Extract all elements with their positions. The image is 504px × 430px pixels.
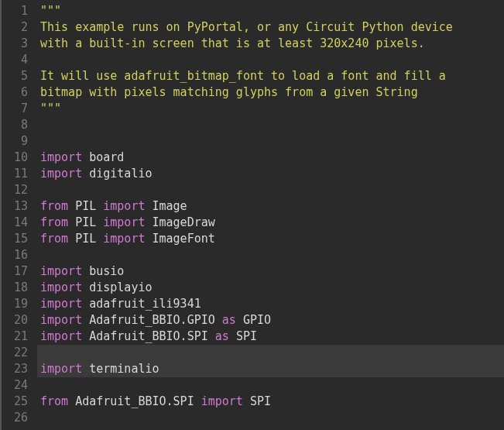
line-number: 19 bbox=[8, 296, 28, 312]
keyword-token: import bbox=[40, 264, 89, 278]
code-line[interactable]: import board bbox=[37, 150, 504, 166]
line-number: 7 bbox=[8, 101, 28, 117]
line-number: 25 bbox=[8, 394, 28, 410]
line-number: 22 bbox=[8, 345, 28, 361]
string-token: """ bbox=[40, 101, 61, 115]
line-number: 14 bbox=[8, 215, 28, 231]
keyword-token: import bbox=[96, 232, 152, 246]
code-line[interactable]: from PIL import Image bbox=[37, 198, 504, 215]
code-line[interactable]: with a built-in screen that is at least … bbox=[37, 36, 504, 52]
keyword-token: import bbox=[40, 329, 89, 343]
code-line[interactable]: import Adafruit_BBIO.SPI as SPI bbox=[37, 329, 504, 345]
line-number: 5 bbox=[8, 68, 28, 84]
keyword-token: from bbox=[40, 232, 75, 246]
code-line[interactable]: """ bbox=[37, 101, 504, 117]
code-line[interactable]: from PIL import ImageFont bbox=[37, 231, 504, 247]
line-number: 11 bbox=[8, 166, 28, 182]
string-token: """ bbox=[40, 4, 61, 18]
code-line[interactable]: from Adafruit_BBIO.SPI import SPI bbox=[37, 394, 504, 410]
line-number: 2 bbox=[8, 19, 28, 36]
keyword-token: import bbox=[194, 394, 250, 408]
code-line[interactable] bbox=[37, 410, 504, 426]
code-line[interactable] bbox=[37, 52, 504, 68]
code-line[interactable]: It will use adafruit_bitmap_font to load… bbox=[37, 68, 504, 84]
line-number: 3 bbox=[8, 36, 28, 52]
line-number: 21 bbox=[8, 329, 28, 345]
identifier-token: Adafruit_BBIO.SPI bbox=[89, 329, 208, 343]
string-token: bitmap with pixels matching glyphs from … bbox=[40, 85, 418, 99]
identifier-token: Image bbox=[153, 199, 187, 213]
string-token: This example runs on PyPortal, or any Ci… bbox=[40, 20, 453, 34]
identifier-token: digitalio bbox=[89, 167, 152, 181]
line-number: 24 bbox=[8, 377, 28, 394]
identifier-token: adafruit_ili9341 bbox=[89, 297, 201, 311]
keyword-token: import bbox=[96, 215, 152, 229]
keyword-token: import bbox=[40, 280, 89, 294]
line-number: 20 bbox=[8, 312, 28, 329]
line-number-gutter: 1234567891011121314151617181920212223242… bbox=[2, 0, 36, 430]
identifier-token: board bbox=[89, 150, 124, 164]
code-line[interactable]: import Adafruit_BBIO.GPIO as GPIO bbox=[37, 312, 504, 329]
identifier-token: terminalio bbox=[89, 362, 159, 376]
identifier-token: Adafruit_BBIO.GPIO bbox=[89, 313, 215, 327]
line-number: 23 bbox=[8, 361, 28, 377]
string-token: with a built-in screen that is at least … bbox=[40, 36, 425, 50]
code-line[interactable] bbox=[37, 247, 504, 263]
keyword-token: from bbox=[40, 215, 75, 229]
code-line[interactable]: import busio bbox=[37, 263, 504, 280]
line-number: 18 bbox=[8, 280, 28, 296]
line-number: 4 bbox=[8, 52, 28, 68]
code-line[interactable] bbox=[37, 377, 504, 394]
code-editor[interactable]: 1234567891011121314151617181920212223242… bbox=[0, 0, 504, 430]
line-number: 16 bbox=[8, 247, 28, 263]
code-line[interactable]: import displayio bbox=[37, 280, 504, 296]
identifier-token: PIL bbox=[75, 215, 96, 229]
identifier-token: GPIO bbox=[243, 313, 271, 327]
code-line[interactable]: This example runs on PyPortal, or any Ci… bbox=[37, 19, 504, 36]
keyword-token: from bbox=[40, 394, 75, 408]
line-number: 1 bbox=[8, 3, 28, 19]
code-line[interactable]: """ bbox=[37, 3, 504, 19]
line-number: 13 bbox=[8, 198, 28, 215]
code-line[interactable]: import terminalio bbox=[37, 361, 504, 377]
line-number: 15 bbox=[8, 231, 28, 247]
identifier-token: displayio bbox=[89, 280, 152, 294]
identifier-token: SPI bbox=[236, 329, 257, 343]
keyword-token: import bbox=[40, 362, 89, 376]
string-token: It will use adafruit_bitmap_font to load… bbox=[40, 69, 446, 83]
line-number: 8 bbox=[8, 117, 28, 133]
line-number: 26 bbox=[8, 410, 28, 426]
keyword-token: from bbox=[40, 199, 75, 213]
code-line[interactable] bbox=[37, 117, 504, 133]
identifier-token: PIL bbox=[75, 232, 96, 246]
identifier-token: Adafruit_BBIO.SPI bbox=[75, 394, 194, 408]
identifier-token: busio bbox=[89, 264, 124, 278]
identifier-token: ImageDraw bbox=[153, 215, 215, 229]
line-number: 12 bbox=[8, 182, 28, 198]
line-number: 9 bbox=[8, 133, 28, 150]
code-line[interactable] bbox=[37, 182, 504, 198]
keyword-token: as bbox=[208, 329, 236, 343]
keyword-token: import bbox=[40, 297, 89, 311]
code-line[interactable] bbox=[37, 133, 504, 150]
keyword-token: import bbox=[40, 167, 89, 181]
keyword-token: import bbox=[96, 199, 152, 213]
code-line[interactable]: from PIL import ImageDraw bbox=[37, 215, 504, 231]
keyword-token: import bbox=[40, 150, 89, 164]
line-number: 17 bbox=[8, 263, 28, 280]
code-area[interactable]: """This example runs on PyPortal, or any… bbox=[36, 0, 504, 430]
keyword-token: import bbox=[40, 313, 89, 327]
identifier-token: ImageFont bbox=[153, 232, 215, 246]
line-number: 6 bbox=[8, 84, 28, 101]
line-number: 10 bbox=[8, 150, 28, 166]
identifier-token: SPI bbox=[250, 394, 271, 408]
keyword-token: as bbox=[215, 313, 243, 327]
code-line[interactable]: import digitalio bbox=[37, 166, 504, 182]
code-line[interactable]: import adafruit_ili9341 bbox=[37, 296, 504, 312]
code-line[interactable] bbox=[37, 345, 504, 361]
identifier-token: PIL bbox=[75, 199, 96, 213]
code-line[interactable]: bitmap with pixels matching glyphs from … bbox=[37, 84, 504, 101]
